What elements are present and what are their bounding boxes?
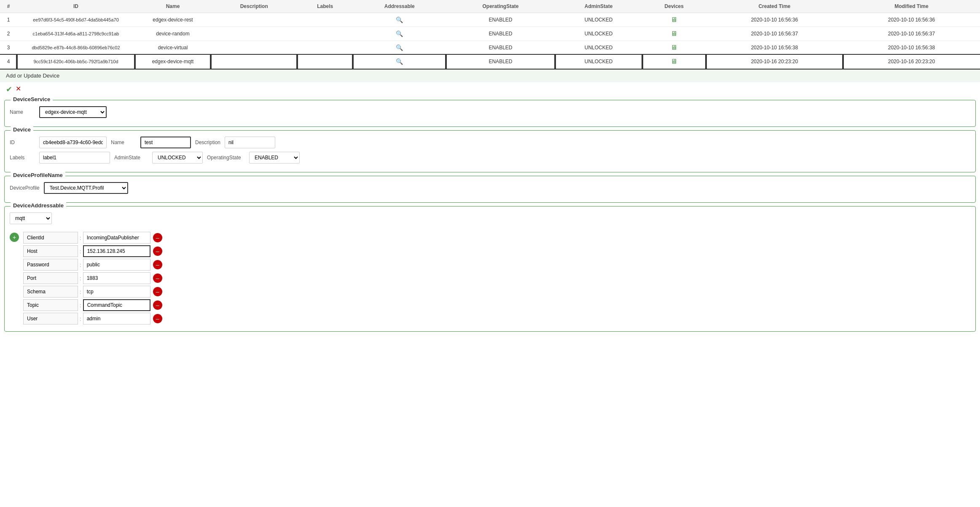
addr-add-button[interactable]: + [10, 233, 19, 242]
cancel-icon[interactable]: ✕ [16, 85, 21, 94]
address-icon[interactable]: 🔍 [396, 58, 403, 65]
dev-id-input[interactable] [39, 137, 107, 148]
addr-key-input[interactable] [23, 299, 78, 311]
addr-sep: : [78, 262, 83, 268]
addr-del-button[interactable]: – [153, 300, 162, 310]
addr-key-input[interactable] [23, 245, 78, 257]
table-row[interactable]: 2 c1eba654-313f-4d6a-a811-2798c9cc91ab d… [0, 27, 980, 41]
dev-desc-label: Description [195, 139, 220, 145]
devices-icon[interactable]: 🖥 [671, 16, 677, 23]
table-row[interactable]: 1 ee97d6f3-54c5-490f-b6d7-4da5bb445a70 e… [0, 13, 980, 27]
row-created: 2020-10-10 16:56:36 [706, 13, 843, 27]
row-id: dbd5829e-e87b-44c8-866b-60896eb76c02 [17, 41, 135, 55]
addr-del-button[interactable]: – [153, 247, 162, 256]
row-description [211, 13, 297, 27]
dev-labels-input[interactable] [39, 152, 110, 164]
col-addressable: Addressable [353, 0, 446, 13]
dev-adminstate-label: AdminState [114, 155, 148, 161]
device-profile-legend: DeviceProfileName [11, 172, 65, 178]
addr-val-input[interactable] [83, 299, 150, 311]
row-modified: 2020-10-16 20:23:20 [843, 55, 980, 69]
confirm-icon[interactable]: ✔ [6, 85, 12, 94]
addr-key-input[interactable] [23, 259, 78, 271]
device-service-legend: DeviceService [11, 96, 53, 102]
addr-val-input[interactable] [83, 313, 150, 325]
col-adminstate: AdminState [555, 0, 642, 13]
addr-row: : – [23, 313, 970, 325]
row-name: edgex-device-rest [135, 13, 211, 27]
row-modified: 2020-10-10 16:56:38 [843, 41, 980, 55]
addr-protocol-select[interactable]: mqtthttptcp [10, 212, 52, 224]
dev-desc-input[interactable] [225, 137, 275, 148]
addr-val-input[interactable] [83, 245, 150, 257]
action-icons-row: ✔ ✕ [0, 82, 980, 97]
devices-icon[interactable]: 🖥 [671, 30, 677, 37]
addr-key-input[interactable] [23, 286, 78, 298]
addr-val-input[interactable] [83, 272, 150, 284]
row-description [211, 55, 297, 69]
address-icon[interactable]: 🔍 [396, 30, 403, 37]
row-modified: 2020-10-10 16:56:37 [843, 27, 980, 41]
row-adminstate: UNLOCKED [555, 13, 642, 27]
devices-icon[interactable]: 🖥 [671, 44, 677, 51]
dev-name-label: Name [111, 139, 136, 145]
ds-name-select[interactable]: edgex-device-mqttedgex-device-restdevice… [39, 106, 107, 118]
dev-name-input[interactable] [140, 137, 191, 148]
col-created: Created Time [706, 0, 843, 13]
row-id: ee97d6f3-54c5-490f-b6d7-4da5bb445a70 [17, 13, 135, 27]
row-adminstate: UNLOCKED [555, 41, 642, 55]
addr-row: : – [23, 299, 970, 311]
row-adminstate: UNLOCKED [555, 27, 642, 41]
addr-sep: : [78, 302, 83, 308]
row-labels [297, 55, 353, 69]
col-operatingstate: OperatingState [446, 0, 555, 13]
addr-row: : – [23, 245, 970, 257]
addr-val-input[interactable] [83, 232, 150, 244]
dev-adminstate-select[interactable]: UNLOCKEDLOCKED [152, 152, 203, 164]
devices-icon[interactable]: 🖥 [671, 58, 677, 65]
addr-del-button[interactable]: – [153, 233, 162, 242]
row-num: 3 [0, 41, 17, 55]
addr-del-button[interactable]: – [153, 314, 162, 323]
dev-id-label: ID [10, 139, 35, 145]
row-created: 2020-10-16 20:23:20 [706, 55, 843, 69]
row-name: edgex-device-mqtt [135, 55, 211, 69]
row-id: 9cc59c1f-620c-406b-bb5c-792f1a9b710d [17, 55, 135, 69]
row-addressable[interactable]: 🔍 [353, 27, 446, 41]
addr-del-button[interactable]: – [153, 287, 162, 296]
col-labels: Labels [297, 0, 353, 13]
dp-select[interactable]: Test.Device.MQTT.Profilprofile-randompro… [44, 182, 128, 194]
row-addressable[interactable]: 🔍 [353, 55, 446, 69]
table-row[interactable]: 4 9cc59c1f-620c-406b-bb5c-792f1a9b710d e… [0, 55, 980, 69]
addr-key-input[interactable] [23, 272, 78, 284]
col-modified: Modified Time [843, 0, 980, 13]
row-modified: 2020-10-10 16:56:36 [843, 13, 980, 27]
address-icon[interactable]: 🔍 [396, 44, 403, 51]
row-addressable[interactable]: 🔍 [353, 13, 446, 27]
addr-key-input[interactable] [23, 232, 78, 244]
row-name: device-random [135, 27, 211, 41]
row-num: 1 [0, 13, 17, 27]
addr-del-button[interactable]: – [153, 260, 162, 269]
row-description [211, 27, 297, 41]
addr-sep: : [78, 275, 83, 282]
addr-val-input[interactable] [83, 259, 150, 271]
add-update-title: Add or Update Device [6, 72, 59, 79]
addr-key-input[interactable] [23, 313, 78, 325]
row-devices[interactable]: 🖥 [642, 13, 706, 27]
addr-sep: : [78, 289, 83, 295]
address-icon[interactable]: 🔍 [396, 16, 403, 23]
row-labels [297, 41, 353, 55]
row-addressable[interactable]: 🔍 [353, 41, 446, 55]
row-devices[interactable]: 🖥 [642, 27, 706, 41]
table-section: # ID Name Description Labels Addressable… [0, 0, 980, 69]
row-devices[interactable]: 🖥 [642, 55, 706, 69]
dev-opstate-select[interactable]: ENABLEDDISABLED [249, 152, 300, 164]
addr-del-button[interactable]: – [153, 274, 162, 283]
addr-val-input[interactable] [83, 286, 150, 298]
row-num: 2 [0, 27, 17, 41]
row-devices[interactable]: 🖥 [642, 41, 706, 55]
table-row[interactable]: 3 dbd5829e-e87b-44c8-866b-60896eb76c02 d… [0, 41, 980, 55]
dev-opstate-label: OperatingState [207, 155, 245, 161]
device-service-section: DeviceService Name edgex-device-mqttedge… [4, 100, 976, 127]
